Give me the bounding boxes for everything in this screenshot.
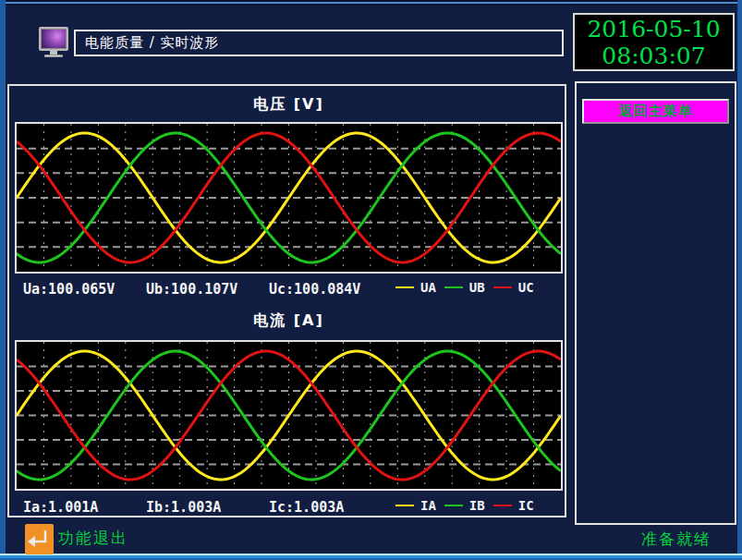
legend-series-label: IB (469, 498, 485, 513)
legend-series-label: IA (420, 498, 436, 513)
window-border-top (0, 0, 742, 6)
voltage-legend: UAUBUC (395, 280, 542, 295)
current-chart (15, 340, 563, 491)
phase-reading: Uc:100.084V (269, 281, 392, 298)
monitor-icon-screen (39, 27, 68, 51)
enter-key-icon[interactable] (25, 524, 54, 554)
monitor-icon (39, 27, 68, 58)
legend-series-label: IC (518, 498, 534, 513)
return-main-menu-label: 返回主菜单 (619, 103, 693, 120)
legend-item: IB (444, 498, 485, 513)
time-text: 08:03:07 (602, 43, 705, 69)
current-readings: Ia:1.001AIb:1.003AIc:1.003A (23, 499, 393, 516)
legend-color-dash (493, 505, 512, 506)
sidebar: 返回主菜单 (575, 81, 736, 525)
breadcrumb-text: 电能质量 / 实时波形 (85, 34, 220, 52)
legend-item: UB (444, 280, 485, 295)
voltage-chart (15, 122, 563, 274)
legend-item: IC (493, 498, 534, 513)
legend-color-dash (395, 286, 414, 288)
legend-series-label: UC (518, 280, 534, 295)
ready-status: 准备就绪 (641, 529, 712, 550)
voltage-waveform-plot (17, 124, 561, 272)
phase-reading: Ib:1.003A (146, 499, 269, 516)
phase-reading: Ua:100.065V (23, 281, 146, 298)
current-waveform-plot (17, 342, 561, 489)
current-legend: IAIBIC (395, 498, 542, 513)
phase-reading: Ub:100.107V (146, 281, 269, 298)
phase-reading: Ic:1.003A (269, 499, 392, 516)
current-chart-title: 电流 [A] (15, 311, 563, 331)
window-border-right (737, 0, 742, 560)
legend-color-dash (444, 505, 463, 506)
legend-color-dash (395, 505, 414, 506)
voltage-chart-title: 电压 [V] (15, 95, 563, 115)
legend-series-label: UB (469, 280, 485, 295)
legend-item: UA (395, 280, 436, 295)
voltage-readings: Ua:100.065VUb:100.107VUc:100.084V (23, 281, 393, 298)
breadcrumb: 电能质量 / 实时波形 (74, 30, 564, 56)
datetime-display: 2016-05-10 08:03:07 (573, 13, 735, 71)
window-border-bottom (0, 554, 742, 560)
legend-item: UC (493, 280, 534, 295)
legend-color-dash (444, 286, 463, 288)
date-text: 2016-05-10 (587, 16, 720, 43)
return-main-menu-button[interactable]: 返回主菜单 (582, 99, 729, 124)
legend-color-dash (493, 286, 512, 288)
phase-reading: Ia:1.001A (23, 499, 146, 516)
function-exit-label: 功能退出 (58, 528, 128, 549)
legend-item: IA (395, 498, 436, 513)
legend-series-label: UA (420, 280, 436, 295)
window-border-left (0, 0, 6, 560)
